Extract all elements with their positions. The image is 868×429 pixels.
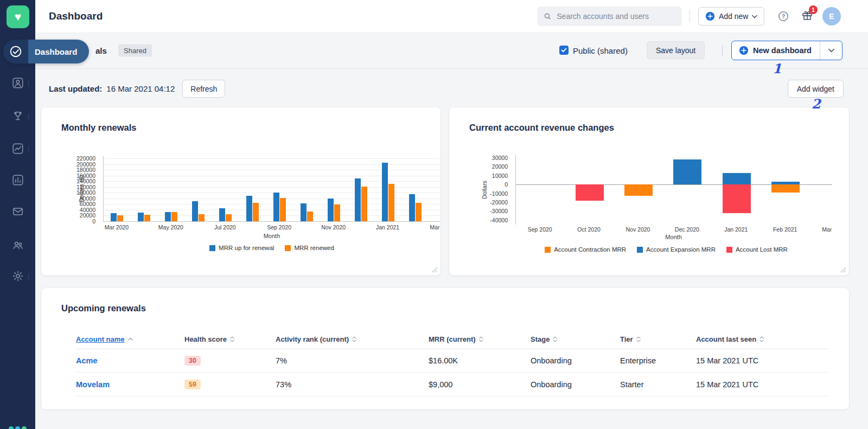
column-header-account-name[interactable]: Account name: [76, 335, 184, 343]
sidebar-item-accounts[interactable]: ⋮: [0, 76, 35, 89]
gridline: [104, 164, 441, 165]
add-new-label: Add new: [719, 12, 748, 21]
bar-mrr-renewed: [361, 187, 367, 221]
sort-asc-icon: [128, 337, 133, 341]
sidebar-item-success[interactable]: ⋮: [0, 110, 35, 123]
legend-swatch: [545, 247, 551, 253]
cell-tier: Starter: [620, 380, 696, 389]
new-dashboard-button[interactable]: New dashboard: [731, 41, 843, 60]
chevron-down-icon: [828, 48, 834, 53]
cell-mrr: $16.00K: [429, 356, 531, 365]
y-tick-label: 30000: [449, 155, 508, 161]
column-header-account-last-seen[interactable]: Account last seen: [696, 335, 829, 343]
help-button[interactable]: ?: [778, 11, 789, 23]
legend-swatch: [726, 247, 732, 253]
y-tick-label: -40000: [449, 217, 508, 223]
chart-legend: MRR up for renewalMRR renewed: [103, 245, 441, 251]
bar-mrr-renewed: [226, 214, 232, 221]
app-window: ♥ ⋮ ⋮ ⋮ ⋮: [0, 0, 868, 429]
bar-mrr-renewed: [280, 198, 286, 221]
resize-handle-icon[interactable]: [840, 267, 846, 273]
public-shared-checkbox[interactable]: [559, 46, 569, 55]
shared-badge: Shared: [118, 44, 152, 57]
search-box[interactable]: [537, 7, 682, 26]
sidebar-item-trends[interactable]: ⋮: [0, 142, 35, 155]
bar-mrr-up-for-renewal: [301, 203, 307, 221]
svg-text:?: ?: [782, 14, 785, 20]
bar-account-lost-mrr: [576, 184, 604, 201]
sidebar-item-settings[interactable]: ⋮: [0, 270, 35, 283]
sort-icon: [479, 336, 483, 342]
page-title: Dashboard: [49, 10, 103, 22]
legend-swatch: [637, 247, 643, 253]
x-tick-label: Mar 2021: [417, 224, 441, 230]
mail-icon: [12, 206, 24, 217]
cell-account: Acme: [76, 356, 184, 365]
cell-health: 30: [184, 356, 276, 366]
x-tick-label: Oct 2020: [565, 226, 614, 233]
bar-mrr-up-for-renewal: [328, 199, 334, 221]
x-axis-label: Month: [103, 233, 441, 239]
check-icon: [561, 48, 567, 53]
y-tick-label: 10000: [449, 172, 508, 179]
column-header-activity-rank-current[interactable]: Activity rank (current): [276, 335, 429, 343]
y-axis: 3000020000100000-10000-20000-30000-40000: [449, 155, 511, 225]
line-chart-icon: [12, 143, 24, 155]
account-link[interactable]: Movelam: [76, 380, 110, 389]
heart-icon: ♥: [15, 10, 21, 23]
new-dashboard-dropdown[interactable]: [820, 41, 842, 60]
add-widget-button[interactable]: Add widget: [788, 80, 844, 98]
public-shared-label: Public (shared): [573, 46, 628, 55]
sidebar-item-users[interactable]: [0, 239, 35, 252]
user-avatar[interactable]: E: [822, 7, 841, 25]
column-header-tier[interactable]: Tier: [620, 335, 696, 343]
save-layout-button[interactable]: Save layout: [647, 41, 705, 59]
app-logo[interactable]: ♥: [7, 5, 29, 28]
cell-tier: Enterprise: [620, 356, 696, 365]
drag-handle-icon[interactable]: ⋮: [25, 80, 32, 87]
add-new-button[interactable]: Add new: [698, 7, 764, 25]
dashboard-name[interactable]: als: [95, 46, 107, 55]
legend-label: Account Expansion MRR: [646, 246, 716, 253]
y-tick-label: 0: [41, 218, 95, 225]
accounts-icon: [12, 77, 24, 89]
legend-swatch: [285, 245, 291, 251]
y-tick-label: -30000: [449, 208, 508, 214]
drag-handle-icon[interactable]: ⋮: [25, 273, 32, 280]
sidebar-item-dashboard-active[interactable]: Dashboard: [3, 40, 89, 63]
search-icon: [544, 12, 551, 21]
cell-last-seen: 15 Mar 2021 UTC: [696, 380, 829, 389]
column-header-mrr-current[interactable]: MRR (current): [429, 335, 531, 343]
sort-icon: [760, 336, 764, 342]
monthly-renewals-chart: Dollars ($) 2200002000001800001600001400…: [41, 107, 441, 276]
launcher-widget[interactable]: [9, 426, 27, 429]
drag-handle-icon[interactable]: ⋮: [25, 145, 32, 152]
account-link[interactable]: Acme: [76, 356, 98, 365]
bar-mrr-up-for-renewal: [111, 213, 117, 221]
cell-activity: 73%: [276, 380, 429, 389]
column-header-stage[interactable]: Stage: [531, 335, 620, 343]
status-row: Last updated: 16 Mar 2021 04:12 Refresh: [49, 80, 225, 98]
notification-badge: 1: [809, 5, 818, 14]
annotation-1: 1: [773, 61, 782, 76]
x-tick-label: Jul 2020: [201, 224, 250, 230]
table-header: Account nameHealth scoreActivity rank (c…: [76, 329, 829, 349]
sidebar-item-messages[interactable]: [0, 205, 35, 218]
sidebar-item-reports[interactable]: [0, 174, 35, 187]
last-updated-value: 16 Mar 2021 04:12: [106, 84, 175, 93]
search-input[interactable]: [556, 11, 675, 21]
bar-account-contraction-mrr: [771, 184, 800, 193]
x-tick-label: Sep 2020: [515, 226, 564, 233]
bar-account-contraction-mrr: [624, 184, 653, 196]
health-score-badge: 30: [184, 356, 201, 366]
refresh-button[interactable]: Refresh: [182, 80, 225, 98]
plus-circle-icon: [739, 46, 749, 55]
resize-handle-icon[interactable]: [432, 267, 438, 273]
y-tick-label: 20000: [449, 163, 508, 170]
bar-chart-icon: [12, 174, 24, 186]
gifts-button[interactable]: 1: [801, 9, 813, 23]
legend-label: Account Lost MRR: [736, 246, 788, 253]
column-header-health-score[interactable]: Health score: [184, 335, 276, 343]
drag-handle-icon[interactable]: ⋮: [25, 113, 32, 120]
toolbar-divider: [722, 45, 723, 56]
